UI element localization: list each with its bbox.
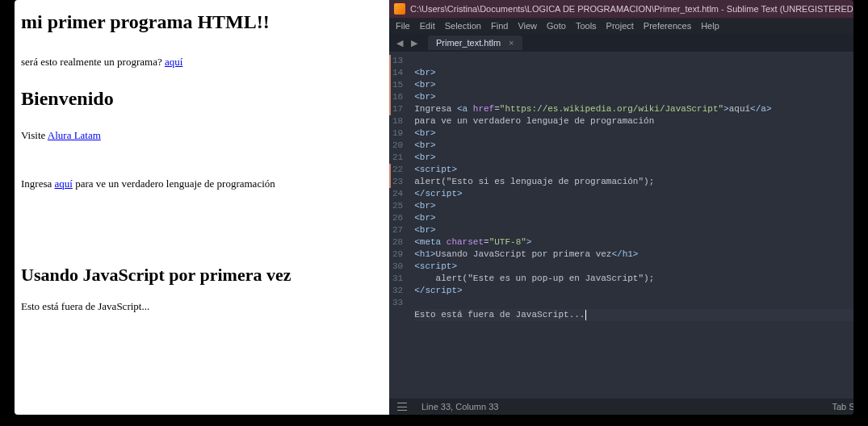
paragraph-1: será esto realmente un programa? aquí: [21, 56, 383, 69]
menu-preferences[interactable]: Preferences: [644, 21, 691, 31]
p3-suffix: para ve un verdadero lenguaje de program…: [73, 178, 275, 190]
line-number: 28: [392, 236, 403, 248]
status-tabsize[interactable]: Tab Size: 4: [832, 402, 853, 411]
page-heading-js: Usando JavaScript por primera vez: [21, 265, 383, 286]
tab-row: ◀ ▶ Primer_text.htlm × + ▼: [389, 34, 853, 52]
status-bar: Line 33, Column 33 Tab Size: 4 Plain Tex…: [389, 399, 853, 415]
diff-marker: [389, 164, 391, 188]
p3-link[interactable]: aquí: [55, 178, 73, 190]
line-number: 24: [392, 188, 403, 200]
line-number: 14: [392, 67, 403, 79]
page-heading-bienvenido: Bienvenido: [21, 88, 383, 110]
menu-help[interactable]: Help: [701, 21, 719, 31]
paragraph-4: Esto está fuera de JavaScript...: [21, 300, 383, 313]
line-number: 33: [392, 297, 403, 309]
nav-back-icon[interactable]: ◀: [394, 38, 405, 48]
line-number: 32: [392, 285, 403, 297]
line-number: 17: [392, 103, 403, 115]
menu-tools[interactable]: Tools: [576, 21, 597, 31]
p1-link[interactable]: aquí: [165, 56, 182, 68]
line-number: 20: [392, 140, 403, 152]
tab-label: Primer_text.htlm: [436, 38, 501, 48]
line-number: 18: [392, 115, 403, 127]
line-number: 16: [392, 91, 403, 103]
menu-selection[interactable]: Selection: [445, 21, 481, 31]
text-cursor: [585, 310, 586, 320]
nav-forward-icon[interactable]: ▶: [409, 38, 420, 48]
line-number: 13: [392, 55, 403, 67]
sidebar-toggle-icon[interactable]: [397, 403, 407, 411]
browser-pane: mi primer programa HTML!! será esto real…: [15, 0, 389, 415]
menu-bar: File Edit Selection Find View Goto Tools…: [389, 18, 853, 34]
line-number: 30: [392, 261, 403, 273]
menu-view[interactable]: View: [518, 21, 537, 31]
menu-find[interactable]: Find: [491, 21, 508, 31]
line-number: 26: [392, 212, 403, 224]
p2-link[interactable]: Alura Latam: [48, 129, 101, 141]
p3-prefix: Ingresa: [21, 178, 55, 190]
editor-area[interactable]: 13 14 15 16 17 18 19 20 21 22 23 24 25 2…: [389, 52, 853, 399]
line-number: 31: [392, 273, 403, 285]
tab-close-icon[interactable]: ×: [509, 38, 514, 48]
line-number: 27: [392, 224, 403, 236]
line-number: 29: [392, 248, 403, 261]
line-number: 23: [392, 176, 403, 188]
line-number: 19: [392, 127, 403, 140]
line-number-gutter: 13 14 15 16 17 18 19 20 21 22 23 24 25 2…: [389, 52, 409, 399]
line-number: 22: [392, 164, 403, 176]
window-titlebar[interactable]: C:\Users\Cristina\Documents\LOGICA DE PR…: [389, 0, 853, 18]
line-number: 15: [392, 79, 403, 91]
file-tab[interactable]: Primer_text.htlm ×: [428, 36, 522, 50]
status-linecol[interactable]: Line 33, Column 33: [421, 402, 498, 411]
p1-text: será esto realmente un programa?: [21, 56, 165, 68]
code-editor[interactable]: <br> <br> <br> Ingresa <a href="https://…: [409, 52, 853, 399]
screen-frame: mi primer programa HTML!! será esto real…: [15, 0, 853, 415]
paragraph-2: Visite Alura Latam: [21, 129, 383, 142]
page-heading-main: mi primer programa HTML!!: [21, 11, 383, 33]
window-title: C:\Users\Cristina\Documents\LOGICA DE PR…: [410, 4, 853, 14]
p2-text: Visite: [21, 129, 48, 141]
paragraph-3: Ingresa aquí para ve un verdadero lengua…: [21, 178, 383, 190]
menu-project[interactable]: Project: [606, 21, 634, 31]
diff-marker: [389, 55, 391, 115]
sublime-window: C:\Users\Cristina\Documents\LOGICA DE PR…: [389, 0, 853, 415]
menu-goto[interactable]: Goto: [547, 21, 566, 31]
app-icon: [394, 3, 405, 15]
menu-file[interactable]: File: [396, 21, 410, 31]
line-number: 21: [392, 152, 403, 164]
menu-edit[interactable]: Edit: [420, 21, 435, 31]
line-number: 25: [392, 200, 403, 212]
